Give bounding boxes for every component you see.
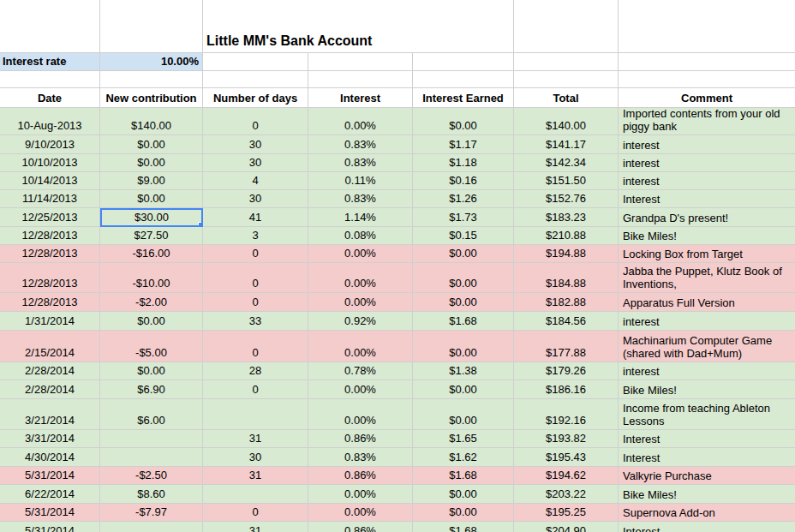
cell-comment[interactable]: interest xyxy=(619,172,795,190)
cell-interest[interactable]: 0.78% xyxy=(308,362,413,380)
empty-cell[interactable] xyxy=(100,0,203,53)
cell-interest[interactable]: 0.08% xyxy=(308,227,413,245)
cell-comment[interactable]: Interest xyxy=(619,430,795,448)
cell-interest-earned[interactable]: $0.00 xyxy=(413,263,514,293)
empty-cell[interactable] xyxy=(308,53,413,71)
cell-number-of-days[interactable]: 0 xyxy=(203,331,308,362)
cell-date[interactable]: 2/28/2014 xyxy=(0,380,100,399)
cell-number-of-days[interactable]: 30 xyxy=(203,154,308,172)
empty-cell[interactable] xyxy=(413,71,514,88)
cell-interest-earned[interactable]: $1.68 xyxy=(413,312,514,331)
empty-cell[interactable] xyxy=(514,0,619,53)
cell-new-contribution[interactable]: $6.90 xyxy=(100,380,203,399)
cell-interest[interactable]: 0.83% xyxy=(308,135,413,154)
cell-number-of-days[interactable]: 30 xyxy=(203,448,308,467)
cell-new-contribution[interactable]: $6.00 xyxy=(100,399,203,430)
cell-date[interactable]: 12/25/2013 xyxy=(0,208,100,227)
empty-cell[interactable] xyxy=(619,71,795,88)
empty-cell[interactable] xyxy=(0,71,100,88)
cell-total[interactable]: $182.88 xyxy=(514,293,619,312)
cell-interest[interactable]: 0.00% xyxy=(308,263,413,293)
cell-interest-earned[interactable]: $0.00 xyxy=(413,245,514,263)
cell-date[interactable]: 12/28/2013 xyxy=(0,293,100,312)
cell-new-contribution[interactable]: -$7.97 xyxy=(100,504,203,522)
cell-total[interactable]: $204.90 xyxy=(514,522,619,532)
cell-interest[interactable]: 0.00% xyxy=(308,504,413,522)
cell-new-contribution[interactable]: $8.60 xyxy=(100,485,203,504)
cell-number-of-days[interactable] xyxy=(203,399,308,430)
cell-total[interactable]: $193.82 xyxy=(514,430,619,448)
cell-date[interactable]: 12/28/2013 xyxy=(0,227,100,245)
cell-comment[interactable]: Valkyrie Purchase xyxy=(619,467,795,485)
cell-total[interactable]: $177.88 xyxy=(514,331,619,362)
cell-comment[interactable]: Bike Miles! xyxy=(619,227,795,245)
cell-interest[interactable]: 0.00% xyxy=(308,485,413,504)
cell-date[interactable]: 1/31/2014 xyxy=(0,312,100,331)
cell-new-contribution[interactable] xyxy=(100,448,203,467)
cell-comment[interactable]: interest xyxy=(619,135,795,154)
cell-comment[interactable]: Income from teaching Ableton Lessons xyxy=(619,399,795,430)
cell-interest-earned[interactable]: $1.62 xyxy=(413,448,514,467)
cell-interest-earned[interactable]: $1.26 xyxy=(413,190,514,208)
cell-new-contribution[interactable] xyxy=(100,522,203,532)
cell-interest[interactable]: 0.86% xyxy=(308,430,413,448)
cell-interest-earned[interactable]: $0.16 xyxy=(413,172,514,190)
cell-number-of-days[interactable]: 33 xyxy=(203,312,308,331)
cell-interest-earned[interactable]: $1.73 xyxy=(413,208,514,227)
cell-date[interactable]: 2/28/2014 xyxy=(0,362,100,380)
fill-handle[interactable] xyxy=(198,222,203,227)
cell-interest-earned[interactable]: $0.00 xyxy=(413,108,514,135)
empty-cell[interactable] xyxy=(0,0,100,53)
cell-new-contribution[interactable]: $0.00 xyxy=(100,190,203,208)
cell-interest-earned[interactable]: $0.00 xyxy=(413,293,514,312)
cell-date[interactable]: 5/31/2014 xyxy=(0,522,100,532)
cell-total[interactable]: $184.56 xyxy=(514,312,619,331)
cell-interest[interactable]: 0.00% xyxy=(308,245,413,263)
cell-date[interactable]: 6/22/2014 xyxy=(0,485,100,504)
cell-date[interactable]: 12/28/2013 xyxy=(0,263,100,293)
cell-interest-earned[interactable]: $1.68 xyxy=(413,467,514,485)
column-header-number-of-days[interactable]: Number of days xyxy=(203,88,308,108)
cell-comment[interactable]: Interest xyxy=(619,522,795,532)
cell-interest-earned[interactable]: $0.00 xyxy=(413,380,514,399)
cell-total[interactable]: $195.25 xyxy=(514,504,619,522)
cell-total[interactable]: $203.22 xyxy=(514,485,619,504)
cell-number-of-days[interactable]: 0 xyxy=(203,245,308,263)
column-header-date[interactable]: Date xyxy=(0,88,100,108)
cell-comment[interactable]: Locking Box from Target xyxy=(619,245,795,263)
cell-total[interactable]: $140.00 xyxy=(514,108,619,135)
cell-comment[interactable]: interest xyxy=(619,362,795,380)
cell-date[interactable]: 12/28/2013 xyxy=(0,245,100,263)
cell-total[interactable]: $184.88 xyxy=(514,263,619,293)
cell-comment[interactable]: Apparatus Full Version xyxy=(619,293,795,312)
cell-interest[interactable]: 0.83% xyxy=(308,190,413,208)
cell-interest[interactable]: 0.00% xyxy=(308,399,413,430)
empty-cell[interactable] xyxy=(308,71,413,88)
cell-new-contribution[interactable]: -$10.00 xyxy=(100,263,203,293)
cell-date[interactable]: 5/31/2014 xyxy=(0,467,100,485)
cell-total[interactable]: $194.62 xyxy=(514,467,619,485)
cell-date[interactable]: 4/30/2014 xyxy=(0,448,100,467)
cell-comment[interactable]: Grandpa D's present! xyxy=(619,208,795,227)
column-header-comment[interactable]: Comment xyxy=(619,88,795,108)
cell-comment[interactable]: Jabba the Puppet, Klutz Book of Inventio… xyxy=(619,263,795,293)
cell-interest-earned[interactable]: $0.15 xyxy=(413,227,514,245)
cell-interest-earned[interactable]: $1.17 xyxy=(413,135,514,154)
cell-new-contribution[interactable]: $27.50 xyxy=(100,227,203,245)
cell-interest[interactable]: 0.83% xyxy=(308,448,413,467)
cell-number-of-days[interactable]: 4 xyxy=(203,172,308,190)
cell-comment[interactable]: Bike Miles! xyxy=(619,380,795,399)
cell-date[interactable]: 10/14/2013 xyxy=(0,172,100,190)
cell-date[interactable]: 11/14/2013 xyxy=(0,190,100,208)
cell-total[interactable]: $141.17 xyxy=(514,135,619,154)
cell-total[interactable]: $192.16 xyxy=(514,399,619,430)
cell-interest-earned[interactable]: $1.18 xyxy=(413,154,514,172)
cell-number-of-days[interactable] xyxy=(203,485,308,504)
cell-interest-earned[interactable]: $1.38 xyxy=(413,362,514,380)
cell-number-of-days[interactable]: 30 xyxy=(203,190,308,208)
cell-interest-earned[interactable]: $0.00 xyxy=(413,331,514,362)
cell-total[interactable]: $142.34 xyxy=(514,154,619,172)
cell-number-of-days[interactable]: 0 xyxy=(203,108,308,135)
cell-total[interactable]: $151.50 xyxy=(514,172,619,190)
cell-number-of-days[interactable]: 31 xyxy=(203,522,308,532)
